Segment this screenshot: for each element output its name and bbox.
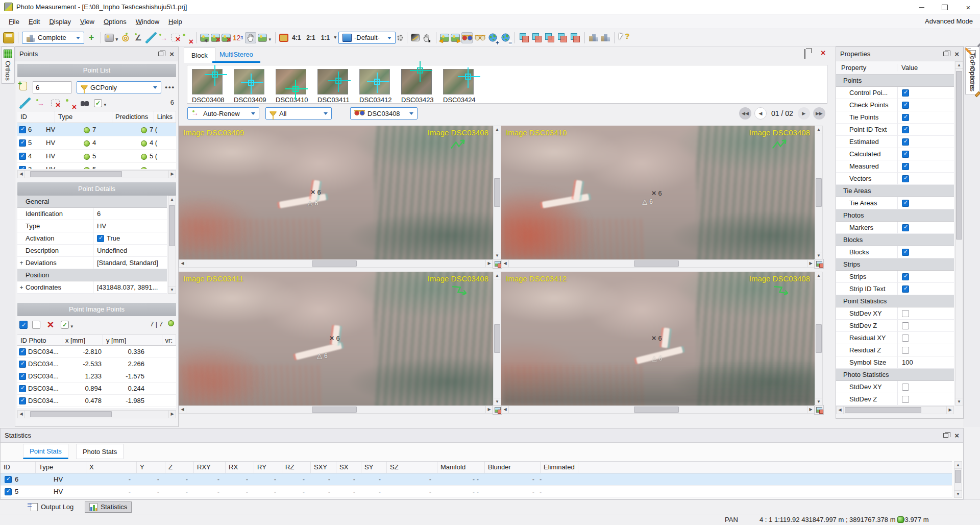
minimize-button[interactable]: [910, 0, 933, 14]
pip-hscrollbar[interactable]: ◀▶: [17, 410, 176, 418]
property-column-header[interactable]: Property: [836, 64, 897, 71]
stereo-view[interactable]: Image DSC03410 Image DSC03408 6 6 ▲▼: [501, 126, 823, 268]
shift-image-down-button[interactable]: [570, 32, 581, 43]
column-header[interactable]: RXY: [194, 462, 226, 473]
property-row[interactable]: Strips: [836, 258, 954, 271]
property-checkbox[interactable]: [902, 335, 909, 342]
zoom-in-all-button[interactable]: [487, 32, 498, 43]
restore-document-icon[interactable]: [804, 49, 805, 59]
property-row[interactable]: Measured: [836, 160, 954, 173]
row-checkbox[interactable]: [5, 476, 12, 483]
row-checkbox[interactable]: [19, 373, 26, 380]
column-header[interactable]: Type: [55, 111, 112, 123]
float-panel-icon[interactable]: [158, 52, 163, 56]
column-header[interactable]: vr:: [162, 335, 176, 345]
menu-item[interactable]: Display: [44, 16, 76, 28]
anaglyph-image[interactable]: Image DSC03411 Image DSC03408 6 6: [179, 272, 493, 405]
remove-image-button[interactable]: [222, 34, 231, 42]
transfer-point-tool[interactable]: [35, 98, 46, 109]
property-row[interactable]: Tie Points: [836, 111, 954, 124]
column-header[interactable]: Y: [137, 462, 165, 473]
property-row[interactable]: Strips: [836, 271, 954, 283]
property-checkbox[interactable]: [902, 89, 909, 97]
measured-point-marker[interactable]: 6: [652, 333, 662, 342]
last-page-button[interactable]: ▶▶: [813, 107, 825, 120]
stereo-view-button[interactable]: [474, 32, 485, 43]
expand-icon[interactable]: +: [17, 284, 26, 291]
measured-point-marker[interactable]: 6: [652, 188, 662, 197]
point-list-row[interactable]: 6 HV 7 7 (: [17, 123, 176, 136]
row-checkbox[interactable]: [19, 139, 26, 147]
zoom-window-tool[interactable]: [258, 34, 267, 42]
selection-options-button[interactable]: [94, 99, 102, 107]
estimated-point-marker[interactable]: 6: [317, 352, 328, 360]
point-id-display-toggle[interactable]: 123: [232, 32, 243, 43]
angle-measure-tool[interactable]: [133, 32, 144, 43]
column-header[interactable]: x [mm]: [62, 335, 103, 345]
column-header[interactable]: SXY: [311, 462, 336, 473]
shift-image-right-button[interactable]: [544, 32, 555, 43]
measure-point-tool[interactable]: [19, 98, 31, 109]
property-row[interactable]: Photo Statistics: [836, 369, 954, 381]
auto-renew-combo[interactable]: Auto-Renew: [187, 107, 259, 120]
stereo-view[interactable]: Image DSC03411 Image DSC03408 6 6 ▲▼: [179, 272, 501, 414]
point-details-vscrollbar[interactable]: ▲▼: [168, 196, 176, 294]
detail-row[interactable]: Position [m] [m]: [17, 269, 167, 281]
property-row[interactable]: Strip ID Text: [836, 283, 954, 295]
detail-row[interactable]: + Coordinates [431848.037, 3891... [4318…: [17, 281, 167, 294]
view-vscrollbar[interactable]: ▲▼: [815, 126, 823, 259]
float-panel-icon[interactable]: [943, 433, 948, 438]
column-header[interactable]: SX: [336, 462, 361, 473]
property-row[interactable]: StdDev XY: [836, 307, 954, 320]
maximize-button[interactable]: [933, 0, 957, 14]
row-checkbox[interactable]: [19, 361, 26, 368]
view-corner-button[interactable]: [814, 259, 824, 269]
tab-photo-stats[interactable]: Photo Stats: [76, 444, 124, 459]
monitor-profile-combo[interactable]: -Default-: [338, 32, 396, 44]
measurement-row[interactable]: DSC034... 1.233 -1.575: [17, 370, 176, 383]
column-header[interactable]: ID: [1, 462, 36, 473]
row-checkbox[interactable]: [19, 348, 26, 355]
statistics-vscrollbar[interactable]: ▲▼: [954, 461, 962, 498]
detail-row[interactable]: Identification 6 6: [17, 208, 167, 220]
delete-measurement-button[interactable]: [45, 319, 56, 330]
tab-multistereo[interactable]: MultiStereo: [212, 47, 260, 63]
photo-thumbnail[interactable]: DSC03409: [234, 69, 265, 104]
property-row[interactable]: Markers: [836, 222, 954, 234]
shift-image-left-button[interactable]: [531, 32, 543, 43]
pan-tool[interactable]: [245, 32, 256, 43]
column-header[interactable]: RX: [226, 462, 254, 473]
swap-images-button[interactable]: [519, 32, 530, 43]
point-list-row[interactable]: 5 HV 4 4 (: [17, 136, 176, 150]
anaglyph-image[interactable]: Image DSC03410 Image DSC03408 6 6: [501, 126, 815, 259]
point-list-row[interactable]: 3 HV 5: [17, 163, 176, 169]
view-hscrollbar[interactable]: ◀▶: [501, 405, 815, 414]
column-header[interactable]: RZ: [282, 462, 311, 473]
anaglyph-view-button[interactable]: [461, 32, 473, 43]
column-header[interactable]: Type: [36, 462, 86, 473]
photo-thumbnail[interactable]: DSC03424: [443, 69, 475, 104]
context-help-button[interactable]: [618, 32, 629, 43]
view-hscrollbar[interactable]: ◀▶: [501, 259, 815, 268]
anaglyph-image[interactable]: Image DSC03409 Image DSC03408 6 6: [179, 126, 493, 259]
expand-icon[interactable]: +: [17, 259, 26, 267]
menu-item[interactable]: Help: [164, 16, 187, 28]
property-checkbox[interactable]: [902, 126, 909, 133]
row-checkbox[interactable]: [19, 153, 26, 160]
stereo-view[interactable]: Image DSC03412 Image DSC03408 6 6 ▲▼: [501, 272, 823, 414]
measure-point-tool[interactable]: [145, 32, 157, 43]
view-hscrollbar[interactable]: ◀▶: [179, 405, 493, 414]
add-button[interactable]: [86, 32, 97, 43]
measurement-row[interactable]: DSC034... 0.894 0.244: [17, 383, 176, 395]
delete-point-button[interactable]: [64, 98, 76, 109]
column-header[interactable]: ID: [17, 111, 55, 123]
left-dock-tab[interactable]: Orthos: [1, 46, 15, 84]
find-point-button[interactable]: [80, 100, 89, 106]
select-all-measurements-button[interactable]: [19, 321, 28, 329]
zoom-out-all-button[interactable]: [500, 32, 511, 43]
measurement-row[interactable]: DSC034... -2.533 2.266: [17, 358, 176, 370]
value-checkbox[interactable]: [97, 235, 104, 242]
property-row[interactable]: Estimated: [836, 136, 954, 148]
save-button[interactable]: [3, 32, 14, 43]
dock-toggle-button[interactable]: Statistics: [85, 502, 132, 513]
